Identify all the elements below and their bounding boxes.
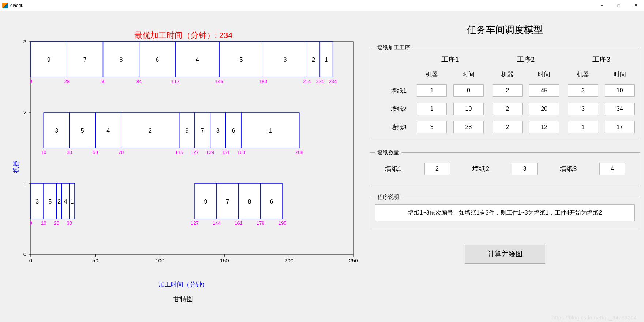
qty-label: 墙纸3	[560, 164, 577, 173]
proc-machine-input[interactable]: 3	[568, 84, 598, 97]
process-group: 墙纸加工工序 工序1工序2工序3 机器 时间 机器 时间 机器 时间 墙纸1 1…	[370, 44, 640, 140]
svg-text:7: 7	[201, 128, 204, 134]
minimize-button[interactable]: −	[594, 0, 610, 11]
calculate-button[interactable]: 计算并绘图	[465, 245, 545, 264]
svg-text:144: 144	[213, 220, 221, 226]
watermark: https://blog.csdn.net/qq_34763204	[552, 315, 637, 321]
svg-text:28: 28	[64, 79, 70, 84]
proc-machine-input[interactable]: 2	[493, 121, 523, 133]
svg-text:2: 2	[312, 57, 315, 63]
svg-text:127: 127	[191, 220, 199, 226]
svg-text:0: 0	[29, 79, 32, 84]
y-axis-label: 机器	[12, 160, 20, 173]
app-icon	[2, 3, 8, 8]
svg-text:250: 250	[349, 257, 358, 264]
svg-text:10: 10	[41, 220, 46, 226]
description-text: 墙纸1~3依次编号，如墙纸1有3件，则工件1~3为墙纸1，工件4开始为墙纸2	[375, 204, 635, 221]
sub-header-time: 时间	[453, 70, 483, 79]
proc-machine-input[interactable]: 3	[568, 103, 598, 115]
svg-text:214: 214	[303, 79, 311, 84]
gantt-svg: 0501001502002500123978645321354297861352…	[2, 13, 364, 302]
controls-panel: 任务车间调度模型 墙纸加工工序 工序1工序2工序3 机器 时间 机器 时间 机器…	[368, 13, 642, 320]
svg-text:4: 4	[196, 57, 199, 63]
svg-text:5: 5	[81, 128, 84, 134]
svg-text:5: 5	[240, 57, 243, 63]
proc-time-input[interactable]: 20	[529, 103, 559, 115]
x-axis-label: 加工时间（分钟）	[2, 280, 364, 289]
svg-text:3: 3	[23, 38, 26, 45]
proc-time-input[interactable]: 0	[453, 84, 483, 97]
svg-text:1: 1	[325, 57, 328, 63]
svg-text:3: 3	[35, 198, 39, 205]
proc-time-input[interactable]: 17	[605, 121, 635, 133]
svg-text:0: 0	[29, 220, 32, 226]
svg-text:151: 151	[222, 149, 230, 155]
proc-machine-input[interactable]: 2	[493, 103, 523, 115]
svg-text:3: 3	[55, 128, 58, 134]
proc-time-input[interactable]: 45	[529, 84, 559, 97]
svg-text:6: 6	[232, 128, 235, 134]
svg-text:0: 0	[29, 257, 32, 264]
proc-row-label: 墙纸1	[375, 87, 408, 95]
proc-header: 工序2	[493, 55, 559, 64]
proc-header: 工序3	[568, 55, 635, 64]
maximize-button[interactable]: □	[610, 0, 627, 11]
svg-text:30: 30	[67, 220, 72, 226]
close-button[interactable]: ✕	[627, 0, 644, 11]
qty-input[interactable]: 2	[424, 163, 450, 175]
proc-time-input[interactable]: 34	[605, 103, 635, 115]
svg-text:9: 9	[47, 57, 50, 63]
svg-text:112: 112	[171, 79, 179, 84]
svg-text:3: 3	[284, 57, 287, 63]
sub-header-machine: 机器	[493, 70, 523, 79]
quantity-group: 墙纸数量 墙纸1 2墙纸2 3墙纸3 4	[370, 149, 640, 185]
window-title: diaodu	[10, 3, 23, 8]
svg-text:6: 6	[270, 198, 273, 205]
svg-text:224: 224	[316, 79, 324, 84]
svg-text:1: 1	[269, 128, 272, 134]
main-heading: 任务车间调度模型	[368, 23, 642, 36]
proc-row-label: 墙纸3	[375, 123, 408, 132]
svg-text:10: 10	[41, 149, 46, 155]
svg-text:2: 2	[149, 128, 152, 134]
svg-text:6: 6	[156, 57, 159, 63]
process-group-title: 墙纸加工工序	[375, 44, 412, 51]
svg-text:8: 8	[120, 57, 123, 63]
svg-text:180: 180	[259, 79, 267, 84]
sub-header-machine: 机器	[568, 70, 598, 79]
qty-input[interactable]: 4	[599, 163, 625, 175]
svg-text:50: 50	[92, 257, 98, 264]
svg-text:146: 146	[215, 79, 223, 84]
svg-text:4: 4	[64, 198, 67, 205]
proc-machine-input[interactable]: 1	[417, 103, 447, 115]
svg-text:208: 208	[295, 149, 303, 155]
svg-text:195: 195	[278, 220, 287, 226]
svg-text:8: 8	[248, 198, 251, 205]
sub-header-time: 时间	[605, 70, 635, 79]
quantity-group-title: 墙纸数量	[375, 149, 401, 156]
svg-text:9: 9	[185, 128, 188, 134]
svg-text:150: 150	[220, 257, 229, 264]
proc-time-input[interactable]: 10	[453, 103, 483, 115]
proc-time-input[interactable]: 12	[529, 121, 559, 133]
qty-input[interactable]: 3	[512, 163, 538, 175]
proc-header: 工序1	[417, 55, 484, 64]
svg-text:50: 50	[93, 149, 98, 155]
svg-text:200: 200	[284, 257, 293, 264]
qty-label: 墙纸1	[385, 164, 402, 173]
svg-text:70: 70	[119, 149, 124, 155]
sub-header-machine: 机器	[417, 70, 447, 79]
proc-machine-input[interactable]: 1	[568, 121, 598, 133]
chart-subtitle: 甘特图	[2, 295, 364, 303]
description-group: 程序说明 墙纸1~3依次编号，如墙纸1有3件，则工件1~3为墙纸1，工件4开始为…	[370, 194, 640, 228]
proc-time-input[interactable]: 10	[605, 84, 635, 97]
proc-machine-input[interactable]: 3	[417, 121, 447, 133]
svg-text:1: 1	[23, 180, 26, 186]
svg-text:100: 100	[155, 257, 164, 264]
svg-text:163: 163	[237, 149, 245, 155]
proc-time-input[interactable]: 28	[453, 121, 483, 133]
svg-text:30: 30	[67, 149, 72, 155]
proc-machine-input[interactable]: 1	[417, 84, 447, 97]
proc-machine-input[interactable]: 2	[493, 84, 523, 97]
svg-text:7: 7	[83, 57, 87, 63]
